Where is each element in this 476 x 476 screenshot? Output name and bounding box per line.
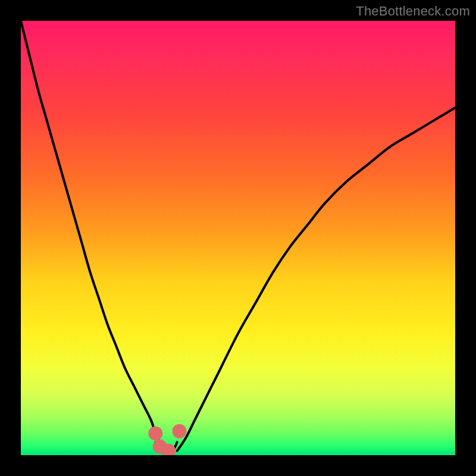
chart-frame: TheBottleneck.com — [0, 0, 476, 476]
marker-left-dot-upper — [148, 427, 162, 441]
marker-group — [148, 424, 186, 455]
plot-area — [21, 21, 455, 455]
chart-svg — [21, 21, 455, 455]
watermark-text: TheBottleneck.com — [356, 4, 470, 19]
curve-right-branch — [177, 108, 455, 451]
marker-right-dot — [172, 424, 186, 439]
curve-left-branch — [21, 21, 164, 451]
curve-group — [21, 21, 455, 453]
